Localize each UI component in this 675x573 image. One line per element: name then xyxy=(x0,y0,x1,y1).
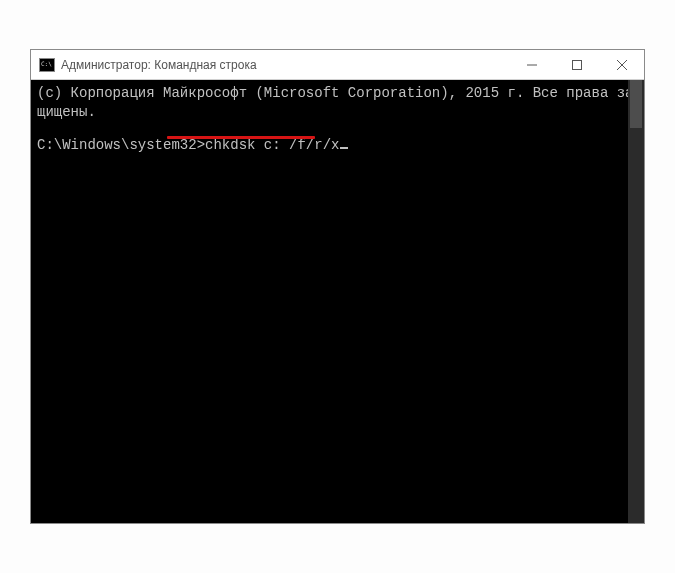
cmd-icon xyxy=(39,58,55,72)
close-button[interactable] xyxy=(599,50,644,79)
minimize-icon xyxy=(527,60,537,70)
close-icon xyxy=(617,60,627,70)
minimize-button[interactable] xyxy=(509,50,554,79)
maximize-button[interactable] xyxy=(554,50,599,79)
red-underline-annotation xyxy=(167,136,315,139)
command-prompt-window: Администратор: Командная строка (c) Корп… xyxy=(30,49,645,524)
window-title: Администратор: Командная строка xyxy=(61,58,509,72)
window-controls xyxy=(509,50,644,79)
titlebar[interactable]: Администратор: Командная строка xyxy=(31,50,644,80)
text-cursor xyxy=(340,147,348,149)
terminal-body[interactable]: (c) Корпорация Майкрософт (Microsoft Cor… xyxy=(31,80,644,523)
scrollbar-thumb[interactable] xyxy=(630,80,642,128)
prompt-line: C:\Windows\system32>chkdsk c: /f/r/x xyxy=(37,136,638,155)
copyright-text: (c) Корпорация Майкрософт (Microsoft Cor… xyxy=(37,84,638,122)
svg-rect-1 xyxy=(572,60,581,69)
prompt-text: C:\Windows\system32> xyxy=(37,137,205,153)
maximize-icon xyxy=(572,60,582,70)
vertical-scrollbar[interactable] xyxy=(628,80,644,523)
command-text: chkdsk c: /f/r/x xyxy=(205,137,339,153)
